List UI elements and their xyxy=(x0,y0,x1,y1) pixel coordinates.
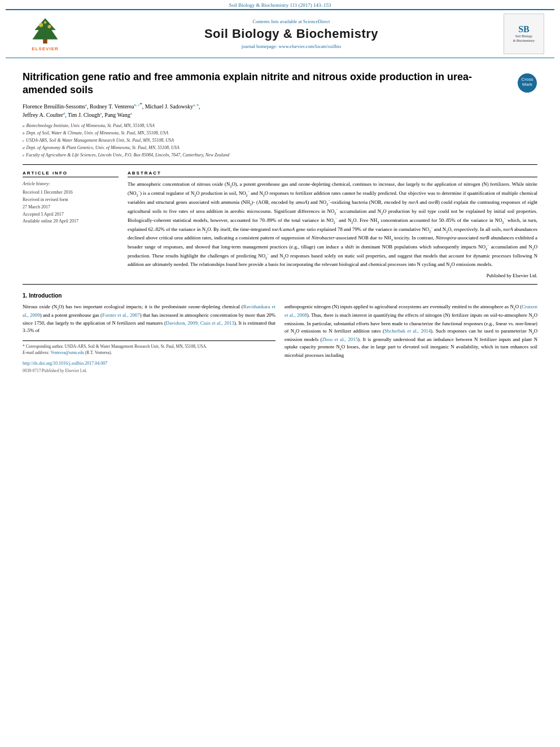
introduction-title: 1. Introduction xyxy=(23,292,537,299)
crossmark-badge[interactable]: Cross Mark xyxy=(517,73,537,93)
ref-ravishankara[interactable]: Ravishankara et al., 2009 xyxy=(23,304,275,318)
issn-line: 0038-0717/Published by Elsevier Ltd. xyxy=(23,368,275,374)
article-info-column: ARTICLE INFO Article history: Received 1… xyxy=(23,171,119,278)
journal-logo: SB Soil Biology& Biochemistry xyxy=(504,14,549,54)
author-6: Pang Wang xyxy=(104,112,130,118)
author-2: Rodney T. Venterea xyxy=(90,103,134,110)
doi-link[interactable]: http://dx.doi.org/10.1016/j.soilbio.2017… xyxy=(23,360,275,367)
received-date: Received 1 December 2016 xyxy=(23,189,119,196)
elsevier-logo-area: ELSEVIER xyxy=(11,17,79,51)
article-title: Nitrification gene ratio and free ammoni… xyxy=(23,71,517,97)
article-info-block: Article history: Received 1 December 201… xyxy=(23,181,119,225)
abstract-text: The atmospheric concentration of nitrous… xyxy=(128,181,537,269)
svg-text:Mark: Mark xyxy=(522,82,533,87)
svg-point-4 xyxy=(44,21,47,24)
article-info-abstract-section: ARTICLE INFO Article history: Received 1… xyxy=(23,171,537,278)
footnote-area: * Corresponding author. USDA-ARS, Soil &… xyxy=(23,340,275,356)
footnote-email: E-mail address: Venterea@umn.edu (R.T. V… xyxy=(23,350,275,356)
ref-shcherbak[interactable]: Shcherbak et al., 2014 xyxy=(384,328,431,334)
article-info-heading: ARTICLE INFO xyxy=(23,171,119,177)
affil-3: USDA-ARS, Soil & Water Management Resear… xyxy=(26,137,174,145)
introduction-section: 1. Introduction Nitrous oxide (N2O) has … xyxy=(23,292,537,374)
journal-header: ELSEVIER Contents lists available at Sci… xyxy=(6,9,554,58)
abstract-heading: ABSTRACT xyxy=(128,171,537,177)
journal-title: Soil Biology & Biochemistry xyxy=(79,27,504,41)
published-line: Published by Elsevier Ltd. xyxy=(128,273,537,278)
journal-reference: Soil Biology & Biochemistry 111 (2017) 1… xyxy=(0,0,560,9)
divider-thick-2 xyxy=(23,284,537,285)
email-link[interactable]: Venterea@umn.edu xyxy=(51,350,84,355)
author-3: Michael J. Sadowsky xyxy=(145,103,193,110)
svg-point-2 xyxy=(39,23,43,27)
ref-davidson[interactable]: Davidson, 2009; Ciais et al., 2013 xyxy=(166,320,234,326)
svg-text:Cross: Cross xyxy=(522,77,533,82)
divider-thick xyxy=(23,164,537,165)
intro-right-para: anthropogenic nitrogen (N) inputs applie… xyxy=(285,303,537,359)
affil-1: Biotechnology Institute, Univ. of Minnes… xyxy=(27,123,155,130)
svg-point-3 xyxy=(48,25,51,28)
revised-label: Received in revised form xyxy=(23,196,119,204)
abstract-column: ABSTRACT The atmospheric concentration o… xyxy=(128,171,537,278)
ref-forster[interactable]: Forster et al., 2007 xyxy=(102,312,140,318)
contents-available-text: Contents lists available at ScienceDirec… xyxy=(79,19,504,24)
journal-homepage: journal homepage: www.elsevier.com/locat… xyxy=(79,43,504,49)
elsevier-label: ELSEVIER xyxy=(32,46,59,51)
main-content: Nitrification gene ratio and free ammoni… xyxy=(0,58,560,379)
journal-header-center: Contents lists available at ScienceDirec… xyxy=(79,19,504,49)
intro-left-para: Nitrous oxide (N2O) has two important ec… xyxy=(23,303,275,334)
affil-5: Faculty of Agriculture & Life Sciences, … xyxy=(26,152,229,159)
accepted-date: Accepted 5 April 2017 xyxy=(23,211,119,219)
author-5: Tim J. Clough xyxy=(68,112,100,118)
author-4: Jeffrey A. Coulter xyxy=(23,112,63,118)
intro-left-col: Nitrous oxide (N2O) has two important ec… xyxy=(23,303,275,374)
introduction-body: Nitrous oxide (N2O) has two important ec… xyxy=(23,303,537,374)
intro-right-col: anthropogenic nitrogen (N) inputs applie… xyxy=(285,303,537,374)
article-title-section: Nitrification gene ratio and free ammoni… xyxy=(23,71,537,97)
available-online-date: Available online 20 April 2017 xyxy=(23,218,119,225)
affil-4: Dept. of Agronomy & Plant Genetics, Univ… xyxy=(27,145,180,152)
authors-section: Florence Breuillin-Sessomsa, Rodney T. V… xyxy=(23,102,537,120)
homepage-link[interactable]: www.elsevier.com/locate/soilbio xyxy=(278,43,341,49)
affiliations: aBiotechnology Institute, Univ. of Minne… xyxy=(23,123,537,159)
revised-date: 27 March 2017 xyxy=(23,204,119,211)
history-label: Article history: xyxy=(23,181,119,188)
footnote-corresponding: * Corresponding author. USDA-ARS, Soil &… xyxy=(23,343,275,350)
ref-zhou[interactable]: Zhou et al., 2015 xyxy=(322,337,358,342)
ref-crutzen[interactable]: Crutzen et al., 2008 xyxy=(285,304,537,318)
author-1: Florence Breuillin-Sessoms xyxy=(23,103,85,110)
doi-area: http://dx.doi.org/10.1016/j.soilbio.2017… xyxy=(23,360,275,374)
elsevier-tree-icon xyxy=(28,17,62,45)
sciencedirect-link[interactable]: ScienceDirect xyxy=(303,19,330,24)
affil-2: Dept. of Soil, Water & Climate, Univ. of… xyxy=(27,130,169,137)
